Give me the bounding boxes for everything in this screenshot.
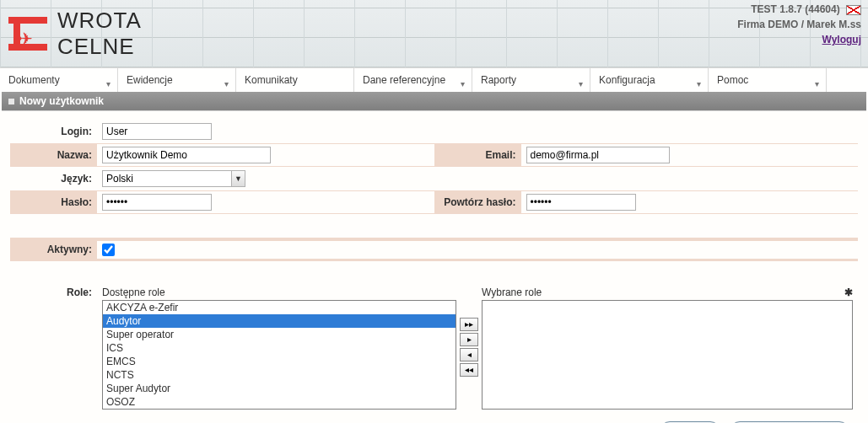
label-roles: Role: (10, 285, 97, 298)
menu-komunikaty[interactable]: Komunikaty (236, 68, 354, 92)
flag-uk-icon[interactable] (846, 5, 861, 15)
list-item[interactable]: Super operator (103, 328, 456, 341)
move-all-left-button[interactable]: ◂◂ (460, 363, 478, 377)
name-input[interactable] (102, 147, 271, 163)
panel-header-icon (8, 99, 14, 104)
logout-link[interactable]: Wyloguj (822, 34, 861, 46)
list-item[interactable]: Audytor (103, 314, 456, 328)
selected-roles-label: Wybrane role (482, 286, 542, 298)
logo-icon: ✈ (8, 12, 52, 56)
pass-input[interactable] (102, 194, 212, 211)
logo-line2: CELNE (57, 34, 142, 60)
pass2-input[interactable] (526, 194, 636, 211)
available-roles-list[interactable]: AKCYZA e-ZefirAudytorSuper operatorICSEM… (102, 300, 456, 410)
move-right-button[interactable]: ▸ (460, 333, 478, 346)
active-checkbox[interactable] (102, 244, 115, 256)
chevron-down-icon: ▾ (579, 72, 583, 96)
list-item[interactable]: ICS (103, 341, 456, 355)
menu-dokumenty[interactable]: Dokumenty▾ (0, 68, 118, 92)
required-mark: ✱ (844, 286, 853, 298)
selected-roles-list[interactable] (482, 300, 853, 410)
list-item[interactable]: ECS (103, 409, 456, 410)
top-info: TEST 1.8.7 (44604) Firma DEMO / Marek M.… (737, 2, 861, 47)
list-item[interactable]: EMCS (103, 355, 456, 368)
chevron-down-icon: ▾ (815, 72, 819, 96)
list-item[interactable]: AKCYZA e-Zefir (103, 301, 456, 314)
chevron-down-icon: ▾ (106, 72, 111, 96)
email-input[interactable] (526, 147, 670, 163)
login-input[interactable] (102, 123, 212, 140)
label-name: Nazwa: (10, 149, 97, 161)
label-login: Login: (10, 126, 97, 137)
list-item[interactable]: Super Audytor (103, 382, 456, 395)
chevron-down-icon: ▾ (224, 72, 229, 96)
chevron-down-icon: ▾ (697, 72, 701, 96)
list-item[interactable]: NCTS (103, 368, 456, 382)
label-lang: Język: (10, 173, 97, 185)
panel-title: Nowy użytkownik (19, 95, 104, 107)
menu-pomoc[interactable]: Pomoc▾ (709, 68, 827, 92)
logo-line1: WROTA (57, 8, 142, 34)
panel-header: Nowy użytkownik (2, 92, 866, 110)
available-roles-label: Dostępne role (102, 285, 456, 300)
lang-select[interactable] (102, 170, 245, 187)
chevron-down-icon: ▾ (461, 72, 465, 96)
menu-ewidencje[interactable]: Ewidencje▾ (118, 68, 236, 92)
label-email: Email: (434, 149, 521, 161)
menubar: Dokumenty▾ Ewidencje▾ Komunikaty Dane re… (0, 67, 868, 92)
label-pass: Hasło: (10, 196, 97, 208)
list-item[interactable]: OSOZ (103, 395, 456, 409)
account-text: Firma DEMO / Marek M.ss (737, 17, 861, 32)
version-text: TEST 1.8.7 (44604) (751, 3, 839, 15)
menu-dane-ref[interactable]: Dane referencyjne▾ (354, 68, 472, 92)
label-pass2: Powtórz hasło: (434, 196, 521, 208)
move-left-button[interactable]: ◂ (460, 348, 478, 361)
menu-konfiguracja[interactable]: Konfiguracja▾ (590, 68, 709, 92)
menu-raporty[interactable]: Raporty▾ (472, 68, 590, 92)
dropdown-toggle-icon[interactable]: ▼ (231, 171, 245, 186)
label-active: Aktywny: (10, 244, 97, 255)
move-all-right-button[interactable]: ▸▸ (460, 318, 478, 331)
